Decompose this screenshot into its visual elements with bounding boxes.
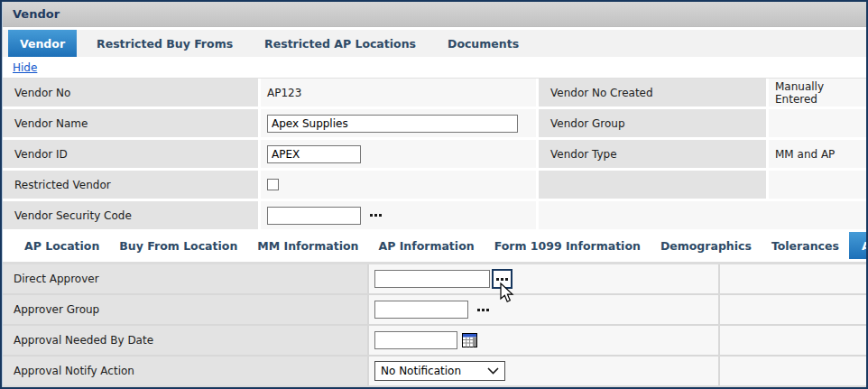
approver-group-cell: [369, 295, 718, 324]
approval-notify-action-select[interactable]: No Notification: [374, 361, 505, 381]
restricted-vendor-label: Restricted Vendor: [3, 171, 258, 199]
approval-date-extra-cell: [720, 326, 866, 355]
detail-tab-bar: AP Location Buy From Location MM Informa…: [3, 229, 866, 262]
direct-approver-lookup-button[interactable]: [492, 269, 512, 289]
direct-approver-cell: [369, 264, 718, 293]
tab-demographics[interactable]: Demographics: [651, 232, 762, 259]
approval-notify-action-label: Approval Notify Action: [3, 357, 367, 385]
vendor-group-value: [769, 109, 866, 137]
restricted-vendor-checkbox[interactable]: [267, 179, 279, 190]
tab-documents[interactable]: Documents: [436, 30, 531, 57]
approver-group-extra-cell: [720, 295, 866, 324]
hide-link[interactable]: Hide: [13, 61, 37, 74]
vendor-id-label: Vendor ID: [3, 140, 258, 168]
right-spacer-value-cell: [769, 171, 866, 199]
vendor-no-text: AP123: [267, 87, 301, 99]
tab-buy-from-location[interactable]: Buy From Location: [109, 232, 247, 259]
vendor-security-code-input[interactable]: [267, 207, 361, 225]
ellipsis-lookup-icon: [477, 309, 480, 311]
vendor-type-text: MM and AP: [775, 148, 835, 161]
approval-needed-by-date-label: Approval Needed By Date: [3, 326, 367, 355]
tab-tolerances[interactable]: Tolerances: [762, 232, 849, 259]
approval-form: Direct Approver Approver Group Approval …: [3, 262, 866, 387]
calendar-icon: [462, 333, 477, 347]
tab-approval[interactable]: Approval: [849, 232, 868, 259]
vendor-no-created-text: Manually Entered: [775, 80, 866, 106]
page-title: Vendor: [13, 7, 60, 21]
vendor-type-value: MM and AP: [769, 140, 866, 168]
vendor-form: Vendor No AP123 Vendor No Created Manual…: [3, 78, 866, 229]
vendor-no-created-value: Manually Entered: [769, 79, 866, 107]
vendor-group-label: Vendor Group: [539, 109, 766, 137]
direct-approver-label: Direct Approver: [3, 264, 367, 293]
approver-group-input[interactable]: [374, 301, 468, 319]
approver-group-lookup-button[interactable]: [473, 301, 493, 318]
tab-ap-information[interactable]: AP Information: [368, 232, 484, 259]
vendor-security-code-label: Vendor Security Code: [3, 201, 258, 229]
vendor-no-label: Vendor No: [3, 79, 258, 107]
tab-restricted-ap-locations[interactable]: Restricted AP Locations: [253, 30, 428, 57]
window-titlebar: Vendor: [3, 2, 866, 27]
approver-group-label: Approver Group: [3, 295, 367, 324]
ellipsis-lookup-icon: [496, 278, 499, 281]
window-content: Vendor Vendor Restricted Buy Froms Restr…: [2, 2, 866, 387]
vendor-security-code-cell: [261, 201, 536, 229]
vendor-name-cell: [261, 109, 536, 137]
approval-notify-extra-cell: [720, 357, 866, 385]
tab-ap-location[interactable]: AP Location: [14, 232, 109, 259]
vendor-window: Vendor Vendor Restricted Buy Froms Restr…: [0, 0, 868, 389]
main-tab-bar: Vendor Restricted Buy Froms Restricted A…: [3, 30, 866, 57]
direct-approver-input[interactable]: [374, 270, 490, 288]
approval-notify-action-value: No Notification: [381, 365, 461, 377]
right-merged-empty-cell: [539, 201, 866, 229]
tab-vendor[interactable]: Vendor: [8, 30, 77, 57]
vendor-id-input[interactable]: [267, 145, 361, 163]
restricted-vendor-cell: [261, 171, 536, 199]
vendor-type-label: Vendor Type: [539, 140, 766, 168]
hide-row: Hide: [3, 57, 866, 78]
approval-needed-by-date-cell: [369, 326, 718, 355]
ellipsis-lookup-icon: [370, 214, 373, 217]
date-picker-button[interactable]: [462, 333, 477, 347]
vendor-name-input[interactable]: [267, 115, 518, 133]
vendor-id-cell: [261, 140, 536, 168]
tab-mm-information[interactable]: MM Information: [247, 232, 368, 259]
vendor-no-value: AP123: [261, 79, 536, 107]
tab-form-1099-information[interactable]: Form 1099 Information: [485, 232, 651, 259]
approval-notify-action-cell: No Notification: [369, 357, 718, 385]
tab-restricted-buy-froms[interactable]: Restricted Buy Froms: [85, 30, 245, 57]
direct-approver-extra-cell: [720, 264, 866, 293]
approval-needed-by-date-input[interactable]: [374, 331, 457, 349]
chevron-down-icon: [487, 367, 499, 375]
vendor-name-label: Vendor Name: [3, 109, 258, 137]
vendor-security-code-lookup-button[interactable]: [365, 208, 385, 224]
right-spacer-label-cell: [539, 171, 766, 199]
vendor-no-created-label: Vendor No Created: [539, 79, 766, 107]
